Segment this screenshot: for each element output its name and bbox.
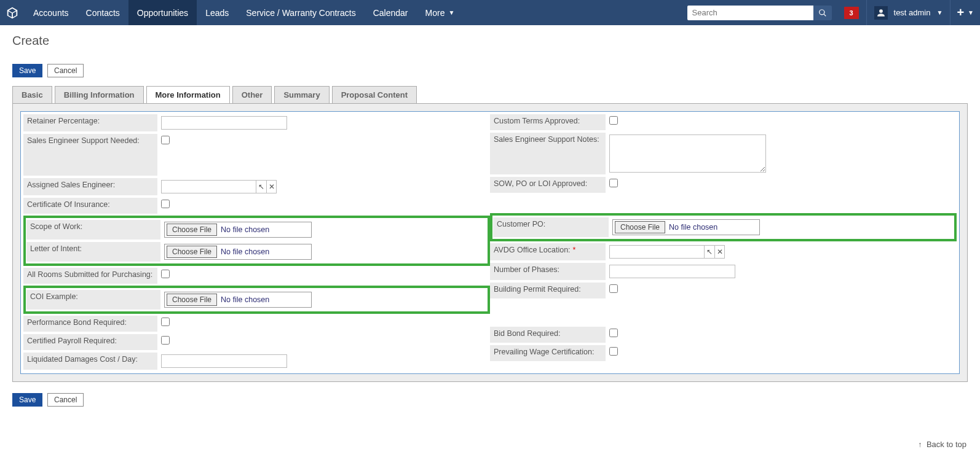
search-wrap <box>684 0 836 25</box>
label-loi: Letter of Intent: <box>26 242 160 262</box>
label-liqdam: Liquidated Damages Cost / Day: <box>23 353 157 370</box>
file-coi-ex: Choose File No file chosen <box>164 292 312 308</box>
label-avdg-text: AVDG Office Location: <box>494 246 571 254</box>
form-col-left: Retainer Percentage: Sales Engineer Supp… <box>23 113 490 371</box>
tab-row: Basic Billing Information More Informati… <box>12 86 968 103</box>
label-bidbond: Bid Bond Required: <box>490 327 606 343</box>
back-to-top[interactable]: ↑ Back to top <box>918 440 966 449</box>
textarea-sengnotes[interactable] <box>609 134 766 173</box>
caret-down-icon: ▼ <box>448 9 454 16</box>
label-custpo: Customer PO: <box>493 217 609 237</box>
search-button[interactable] <box>813 6 832 20</box>
label-allrooms: All Rooms Submitted for Purchasing: <box>23 268 157 284</box>
label-sengnotes: Sales Engineer Support Notes: <box>490 133 606 174</box>
checkbox-certpayroll[interactable] <box>161 336 170 345</box>
quick-add[interactable]: + ▼ <box>950 0 980 25</box>
tab-billing[interactable]: Billing Information <box>55 86 144 103</box>
checkbox-seseng-needed[interactable] <box>161 136 170 144</box>
back-to-top-label: Back to top <box>927 440 966 449</box>
label-customterms: Custom Terms Approved: <box>490 114 606 130</box>
avatar <box>874 6 888 20</box>
plus-icon: + <box>957 6 964 20</box>
checkbox-sowpoloi[interactable] <box>609 179 618 187</box>
user-icon <box>877 9 885 17</box>
checkbox-coi[interactable] <box>161 200 170 208</box>
save-button-bottom[interactable]: Save <box>12 393 42 407</box>
notification-badge[interactable]: 3 <box>844 7 859 19</box>
file-sow-status: No file chosen <box>221 225 269 234</box>
cube-icon <box>6 6 19 20</box>
file-loi: Choose File No file chosen <box>164 244 312 260</box>
label-avdg: AVDG Office Location: * <box>490 243 606 260</box>
label-buildpermit: Building Permit Required: <box>490 283 606 298</box>
clear-icon[interactable]: ✕ <box>714 246 724 258</box>
checkbox-perfbond[interactable] <box>161 318 170 326</box>
tab-summary[interactable]: Summary <box>274 86 329 103</box>
file-coi-ex-status: No file chosen <box>221 295 269 304</box>
file-sow: Choose File No file chosen <box>164 222 312 238</box>
file-sow-choose[interactable]: Choose File <box>167 224 217 236</box>
nav-calendar[interactable]: Calendar <box>365 0 417 25</box>
label-sow: Scope of Work: <box>26 220 160 240</box>
form-col-right: Custom Terms Approved: Sales Engineer Su… <box>490 113 957 371</box>
label-certpayroll: Certified Payroll Required: <box>23 334 157 350</box>
search-icon <box>818 9 827 17</box>
label-prevwage: Prevailing Wage Certification: <box>490 345 606 361</box>
label-seseng-needed: Sales Engineer Support Needed: <box>23 134 157 176</box>
nav-more[interactable]: More ▼ <box>417 0 464 25</box>
save-button[interactable]: Save <box>12 64 42 77</box>
label-perfbond: Performance Bond Required: <box>23 316 157 332</box>
nav-contacts[interactable]: Contacts <box>77 0 128 25</box>
clear-icon[interactable]: ✕ <box>266 181 276 193</box>
checkbox-allrooms[interactable] <box>161 270 170 278</box>
nav-spacer <box>463 0 683 25</box>
app-logo[interactable] <box>0 0 25 25</box>
search-input[interactable] <box>687 6 813 20</box>
file-coi-ex-choose[interactable]: Choose File <box>167 294 217 306</box>
file-custpo-status: No file chosen <box>669 223 717 232</box>
label-blank <box>490 195 606 211</box>
input-avdg[interactable] <box>609 245 705 259</box>
page-title: Create <box>12 34 968 48</box>
caret-down-icon: ▼ <box>968 9 974 16</box>
checkbox-bidbond[interactable] <box>609 329 618 337</box>
file-custpo: Choose File No file chosen <box>612 219 760 235</box>
nav-items: Accounts Contacts Opportunities Leads Se… <box>25 0 463 25</box>
tab-more-info[interactable]: More Information <box>146 86 230 103</box>
nav-service-contracts[interactable]: Service / Warranty Contracts <box>237 0 364 25</box>
nav-accounts[interactable]: Accounts <box>25 0 77 25</box>
tab-basic[interactable]: Basic <box>12 86 52 103</box>
input-numphases[interactable] <box>609 265 735 278</box>
highlight-coi-example: COI Example: Choose File No file chosen <box>23 286 490 314</box>
nav-more-label: More <box>425 8 445 18</box>
tab-other[interactable]: Other <box>232 86 272 103</box>
nav-leads[interactable]: Leads <box>197 0 237 25</box>
required-marker: * <box>573 246 576 254</box>
checkbox-prevwage[interactable] <box>609 347 618 356</box>
label-coi-ex: COI Example: <box>26 290 160 310</box>
label-retainer: Retainer Percentage: <box>23 114 157 131</box>
checkbox-buildpermit[interactable] <box>609 284 618 293</box>
cancel-button-bottom[interactable]: Cancel <box>47 393 84 407</box>
caret-down-icon: ▼ <box>937 9 943 16</box>
user-menu[interactable]: test admin ▼ <box>866 0 950 25</box>
tab-proposal[interactable]: Proposal Content <box>332 86 417 103</box>
nav-opportunities[interactable]: Opportunities <box>128 0 197 25</box>
lookup-icon[interactable]: ↖ <box>705 246 714 258</box>
file-loi-choose[interactable]: Choose File <box>167 246 217 258</box>
highlight-sow-loi: Scope of Work: Choose File No file chose… <box>23 216 490 266</box>
label-assign-se: Assigned Sales Engineer: <box>23 178 157 195</box>
input-retainer[interactable] <box>161 116 287 130</box>
label-coi: Certificate Of Insurance: <box>23 198 157 214</box>
arrow-up-icon: ↑ <box>918 440 922 449</box>
file-loi-status: No file chosen <box>221 248 269 256</box>
input-assign-se[interactable] <box>161 180 256 193</box>
input-liqdam[interactable] <box>161 354 287 368</box>
file-custpo-choose[interactable]: Choose File <box>615 221 665 233</box>
checkbox-customterms[interactable] <box>609 116 618 125</box>
cancel-button[interactable]: Cancel <box>47 64 84 77</box>
form-panel: Retainer Percentage: Sales Engineer Supp… <box>12 103 968 382</box>
top-nav: Accounts Contacts Opportunities Leads Se… <box>0 0 980 25</box>
label-sowpoloi: SOW, PO or LOI Approved: <box>490 177 606 193</box>
lookup-icon[interactable]: ↖ <box>256 181 266 193</box>
